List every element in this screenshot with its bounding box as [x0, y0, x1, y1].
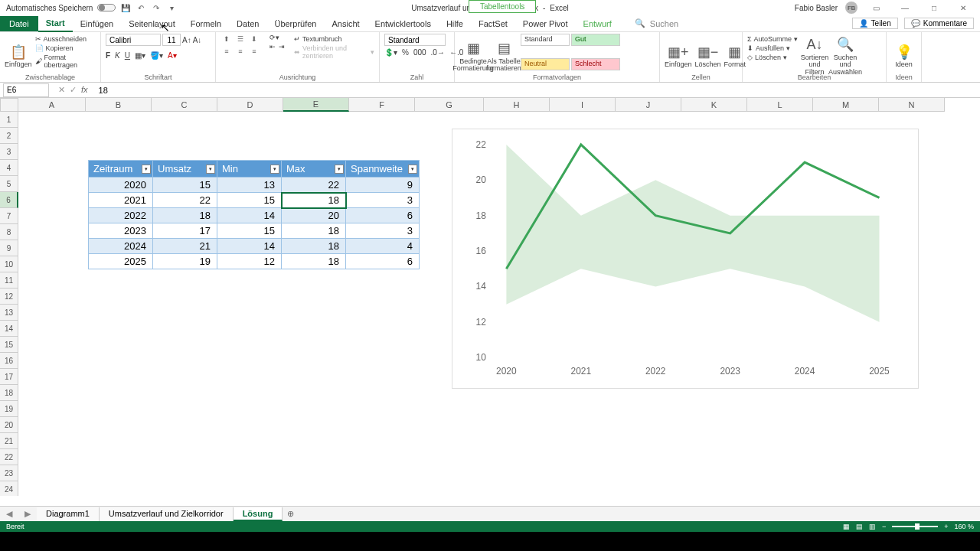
- redo-icon[interactable]: ↷: [151, 2, 162, 13]
- col-header-E[interactable]: E: [283, 98, 349, 112]
- table-cell[interactable]: 18: [153, 208, 217, 223]
- align-left-icon[interactable]: ≡: [220, 46, 233, 57]
- row-header-7[interactable]: 7: [0, 208, 18, 224]
- inc-decimal-icon[interactable]: .0→: [431, 48, 445, 57]
- row-header-3[interactable]: 3: [0, 144, 18, 160]
- table-row[interactable]: 20231715183: [89, 223, 420, 239]
- filter-icon[interactable]: ▾: [142, 165, 151, 174]
- col-header-A[interactable]: A: [18, 98, 86, 112]
- filter-icon[interactable]: ▾: [270, 165, 279, 174]
- col-header-I[interactable]: I: [550, 98, 616, 112]
- table-cell[interactable]: 15: [217, 223, 282, 239]
- wrap-text-button[interactable]: ↵ Textumbruch: [294, 35, 374, 43]
- zoom-out-icon[interactable]: −: [882, 523, 886, 530]
- italic-button[interactable]: K: [115, 51, 120, 60]
- comments-button[interactable]: 💬Kommentare: [904, 18, 974, 29]
- add-sheet-button[interactable]: ⊕: [283, 509, 298, 519]
- row-header-1[interactable]: 1: [0, 112, 18, 128]
- table-cell[interactable]: 22: [282, 178, 346, 193]
- col-header-M[interactable]: M: [813, 98, 879, 112]
- row-header-4[interactable]: 4: [0, 160, 18, 176]
- table-cell[interactable]: 3: [346, 223, 420, 239]
- currency-icon[interactable]: 💲▾: [384, 48, 397, 57]
- col-header-G[interactable]: G: [415, 98, 484, 112]
- col-header-K[interactable]: K: [681, 98, 747, 112]
- table-cell[interactable]: 9: [346, 178, 420, 193]
- tab-file[interactable]: Datei: [0, 16, 38, 31]
- font-name-input[interactable]: [106, 34, 161, 46]
- table-row[interactable]: 20221814206: [89, 208, 420, 223]
- row-header-16[interactable]: 16: [0, 353, 18, 369]
- table-cell[interactable]: 15: [153, 178, 217, 193]
- underline-button[interactable]: U: [125, 51, 130, 60]
- select-all-button[interactable]: [0, 98, 18, 112]
- font-color-button[interactable]: A▾: [168, 51, 177, 60]
- tab-data[interactable]: Daten: [229, 16, 266, 31]
- table-cell[interactable]: 17: [153, 223, 217, 239]
- table-cell[interactable]: 2020: [89, 178, 153, 193]
- col-header-F[interactable]: F: [349, 98, 415, 112]
- row-header-9[interactable]: 9: [0, 240, 18, 256]
- fill-button[interactable]: ⬇ Ausfüllen ▾: [747, 44, 798, 52]
- col-header-B[interactable]: B: [86, 98, 152, 112]
- col-header-N[interactable]: N: [879, 98, 945, 112]
- align-top-icon[interactable]: ⬆: [220, 34, 233, 44]
- row-header-17[interactable]: 17: [0, 369, 18, 385]
- close-icon[interactable]: ✕: [952, 0, 974, 15]
- zoom-level[interactable]: 160 %: [954, 523, 974, 530]
- fx-icon[interactable]: fx: [81, 85, 88, 95]
- table-cell[interactable]: 2023: [89, 223, 153, 239]
- decrease-indent-icon[interactable]: ⇤: [270, 43, 276, 51]
- table-row[interactable]: 20242114184: [89, 239, 420, 254]
- table-cell[interactable]: 6: [346, 208, 420, 223]
- row-header-12[interactable]: 12: [0, 289, 18, 305]
- share-button[interactable]: 👤Teilen: [852, 18, 898, 29]
- table-header[interactable]: Umsatz▾: [153, 161, 217, 178]
- row-header-22[interactable]: 22: [0, 449, 18, 465]
- col-header-J[interactable]: J: [616, 98, 681, 112]
- table-cell[interactable]: 19: [153, 254, 217, 269]
- table-cell[interactable]: 2025: [89, 254, 153, 269]
- col-header-L[interactable]: L: [747, 98, 813, 112]
- table-cell[interactable]: 4: [346, 239, 420, 254]
- accept-formula-icon[interactable]: ✓: [70, 85, 77, 95]
- orientation-button[interactable]: ⟳▾: [270, 34, 285, 41]
- row-header-13[interactable]: 13: [0, 305, 18, 321]
- table-cell[interactable]: 3: [346, 193, 420, 208]
- bold-button[interactable]: F: [106, 51, 110, 60]
- merge-button[interactable]: ⬌ Verbinden und zentrieren ▾: [294, 44, 374, 60]
- table-header[interactable]: Min▾: [217, 161, 282, 178]
- row-header-6[interactable]: 6: [0, 192, 18, 208]
- zoom-in-icon[interactable]: +: [944, 523, 948, 530]
- row-header-18[interactable]: 18: [0, 385, 18, 401]
- maximize-icon[interactable]: □: [923, 0, 945, 15]
- tab-insert[interactable]: Einfügen: [73, 16, 121, 31]
- row-header-20[interactable]: 20: [0, 417, 18, 433]
- table-cell[interactable]: 2024: [89, 239, 153, 254]
- filter-icon[interactable]: ▾: [408, 165, 417, 174]
- table-cell[interactable]: 2022: [89, 208, 153, 223]
- fill-color-button[interactable]: 🪣▾: [150, 51, 163, 60]
- table-cell[interactable]: 18: [282, 254, 346, 269]
- table-cell[interactable]: 14: [217, 239, 282, 254]
- row-header-19[interactable]: 19: [0, 401, 18, 417]
- table-cell[interactable]: 18: [282, 193, 346, 208]
- font-size-input[interactable]: [162, 34, 181, 46]
- save-icon[interactable]: 💾: [120, 2, 131, 13]
- ribbon-options-icon[interactable]: ▭: [865, 0, 887, 15]
- clear-button[interactable]: ◇ Löschen ▾: [747, 54, 798, 61]
- row-header-11[interactable]: 11: [0, 272, 18, 289]
- table-cell[interactable]: 13: [217, 178, 282, 193]
- row-header-14[interactable]: 14: [0, 321, 18, 337]
- tab-pagelayout[interactable]: Seitenlayout: [121, 16, 183, 31]
- table-cell[interactable]: 20: [282, 208, 346, 223]
- table-header[interactable]: Zeitraum▾: [89, 161, 153, 178]
- align-middle-icon[interactable]: ☰: [234, 34, 247, 44]
- row-header-15[interactable]: 15: [0, 337, 18, 353]
- minimize-icon[interactable]: —: [894, 0, 916, 15]
- sheet-tab[interactable]: Diagramm1: [37, 507, 100, 521]
- filter-icon[interactable]: ▾: [335, 165, 344, 174]
- decrease-font-icon[interactable]: A↓: [193, 36, 202, 44]
- percent-icon[interactable]: %: [402, 48, 409, 57]
- row-header-24[interactable]: 24: [0, 481, 18, 496]
